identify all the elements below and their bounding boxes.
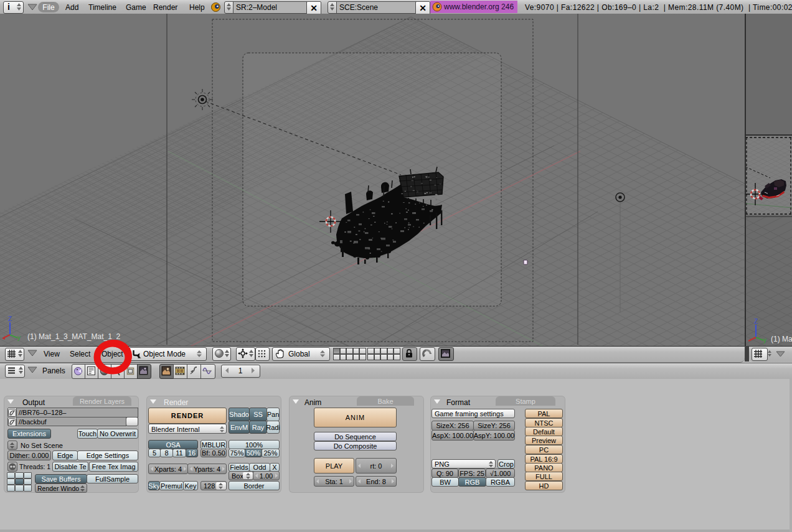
- svg-text:(1) Ma: (1) Ma: [771, 335, 792, 343]
- svg-text:Z: Z: [8, 315, 12, 322]
- svg-text:y: y: [17, 334, 21, 341]
- svg-text:Z: Z: [754, 318, 758, 325]
- svg-text:y: y: [763, 337, 766, 343]
